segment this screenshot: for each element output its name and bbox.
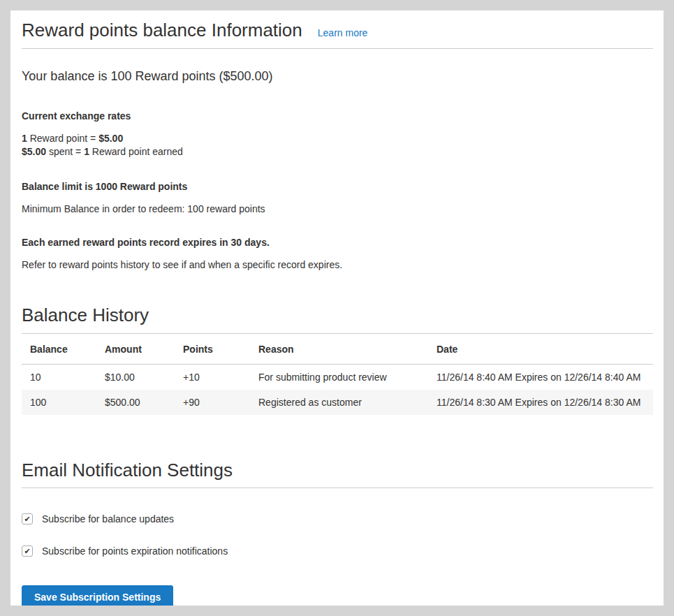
exchange-rates-heading: Current exchange rates bbox=[22, 110, 653, 122]
email-notification-section: Email Notification Settings ✔ Subscribe … bbox=[22, 459, 653, 606]
save-subscription-settings-button[interactable]: Save Subscription Settings bbox=[22, 585, 173, 606]
cell-date: 11/26/14 8:40 AM Expires on 12/26/14 8:4… bbox=[428, 364, 653, 390]
page-title: Reward points balance Information bbox=[22, 19, 302, 42]
balance-history-heading: Balance History bbox=[22, 304, 653, 327]
balance-history-table: Balance Amount Points Reason Date 10 $10… bbox=[22, 334, 653, 415]
exchange-line1: 1 Reward point = $5.00 bbox=[22, 133, 123, 144]
checkbox-checked[interactable]: ✔ bbox=[22, 545, 33, 557]
cell-reason: Registered as customer bbox=[250, 390, 428, 415]
cell-points: +90 bbox=[175, 390, 250, 415]
checkbox-checked[interactable]: ✔ bbox=[22, 513, 33, 525]
cell-balance: 100 bbox=[22, 390, 96, 415]
cell-amount: $10.00 bbox=[96, 364, 175, 390]
exchange-rates-lines: 1 Reward point = $5.00 $5.00 spent = 1 R… bbox=[22, 132, 653, 159]
expiration-note: Refer to reward points history to see if… bbox=[22, 259, 653, 271]
cell-balance: 10 bbox=[22, 364, 96, 390]
exchange-line2: $5.00 spent = 1 Reward point earned bbox=[22, 146, 183, 157]
header-divider bbox=[22, 48, 653, 49]
email-notification-heading: Email Notification Settings bbox=[22, 459, 653, 482]
panel-header: Reward points balance Information Learn … bbox=[22, 19, 653, 42]
checkbox-label: Subscribe for balance updates bbox=[42, 513, 174, 525]
column-header-date: Date bbox=[428, 334, 653, 365]
expiration-heading: Each earned reward points record expires… bbox=[22, 237, 653, 249]
cell-points: +10 bbox=[175, 364, 250, 390]
min-redeem-note: Minimum Balance in order to redeem: 100 … bbox=[22, 203, 653, 215]
checkbox-label: Subscribe for points expiration notifica… bbox=[42, 545, 228, 557]
balance-limit-heading: Balance limit is 1000 Reward points bbox=[22, 181, 653, 193]
learn-more-link[interactable]: Learn more bbox=[318, 27, 368, 38]
subscribe-points-expiration-option[interactable]: ✔ Subscribe for points expiration notifi… bbox=[22, 545, 653, 557]
column-header-amount: Amount bbox=[96, 334, 175, 365]
table-row: 10 $10.00 +10 For submitting product rev… bbox=[22, 364, 653, 390]
reward-points-panel: Reward points balance Information Learn … bbox=[10, 10, 664, 606]
check-icon: ✔ bbox=[24, 515, 30, 522]
balance-summary: Your balance is 100 Reward points ($500.… bbox=[22, 69, 653, 85]
table-row: 100 $500.00 +90 Registered as customer 1… bbox=[22, 390, 653, 415]
check-icon: ✔ bbox=[24, 547, 30, 555]
column-header-reason: Reason bbox=[250, 334, 428, 365]
cell-date: 11/26/14 8:30 AM Expires on 12/26/14 8:3… bbox=[428, 390, 653, 415]
balance-history-section: Balance History Balance Amount Points Re… bbox=[22, 304, 653, 415]
column-header-points: Points bbox=[175, 334, 250, 365]
cell-reason: For submitting product review bbox=[250, 364, 428, 390]
email-notification-divider bbox=[22, 487, 653, 488]
column-header-balance: Balance bbox=[22, 334, 96, 365]
table-header-row: Balance Amount Points Reason Date bbox=[22, 334, 653, 365]
subscribe-balance-updates-option[interactable]: ✔ Subscribe for balance updates bbox=[22, 513, 653, 525]
cell-amount: $500.00 bbox=[96, 390, 175, 415]
